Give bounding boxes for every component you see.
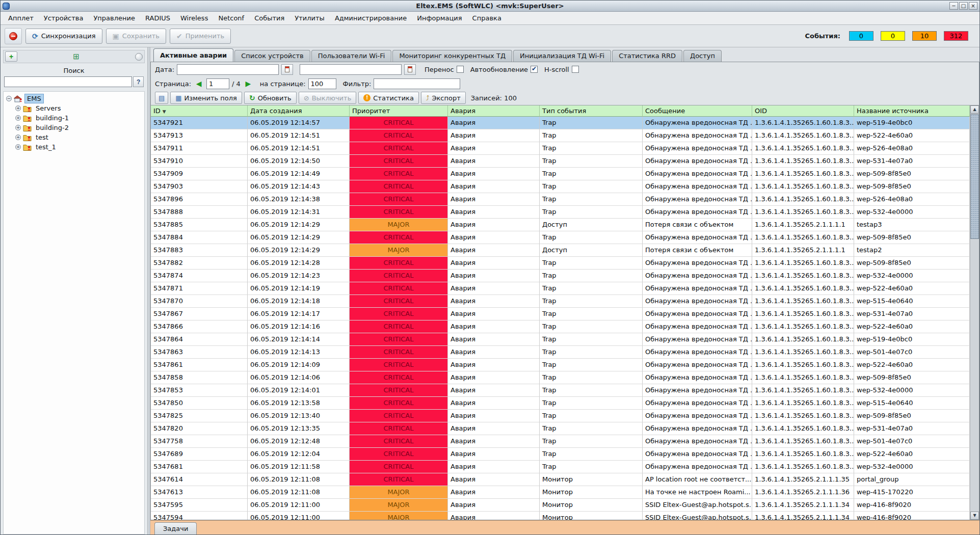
table-row[interactable]: 534786406.05.2019 12:14:14CRITICALАвария…	[151, 333, 970, 346]
menu-item-5[interactable]: Wireless	[176, 13, 213, 23]
wrap-checkbox[interactable]	[457, 66, 464, 73]
table-row[interactable]: 534768106.05.2019 12:11:58CRITICALАвария…	[151, 461, 970, 473]
menu-item-4[interactable]: RADIUS	[141, 13, 175, 23]
menu-item-9[interactable]: Администрирование	[330, 13, 411, 23]
table-row[interactable]: 534759506.05.2019 12:11:00MAJORАварияМон…	[151, 499, 970, 512]
table-row[interactable]: 534792106.05.2019 12:14:57CRITICALАвария…	[151, 117, 970, 129]
event-counter-critical[interactable]: 312	[944, 31, 968, 41]
next-page-button[interactable]: ▶	[243, 78, 253, 89]
table-row[interactable]: 534787006.05.2019 12:14:18CRITICALАвария…	[151, 295, 970, 308]
expand-icon[interactable]: +	[15, 135, 21, 140]
table-row[interactable]: 534791006.05.2019 12:14:50CRITICALАвария…	[151, 155, 970, 168]
event-counter-warning[interactable]: 0	[881, 31, 905, 41]
prev-page-button[interactable]: ◀	[194, 78, 204, 89]
column-header-id[interactable]: ID▼	[151, 105, 248, 117]
tree-item-building-2[interactable]: +building-2	[4, 123, 144, 132]
column-header-priority[interactable]: Приоритет	[350, 105, 448, 117]
table-row[interactable]: 534788406.05.2019 12:14:29CRITICALАвария…	[151, 231, 970, 244]
table-row[interactable]: 534791106.05.2019 12:14:51CRITICALАвария…	[151, 142, 970, 155]
edit-fields-button[interactable]: ▦ Изменить поля	[170, 92, 242, 104]
tree-item-building-1[interactable]: +building-1	[4, 113, 144, 123]
tree-item-EMS[interactable]: −EMS	[4, 94, 144, 103]
table-row[interactable]: 534786606.05.2019 12:14:16CRITICALАвария…	[151, 320, 970, 333]
tab-5[interactable]: Инициализация ТД Wi-Fi	[513, 50, 611, 62]
close-icon[interactable]: ×	[969, 2, 977, 10]
table-row[interactable]: 534788306.05.2019 12:14:29MAJORАварияДос…	[151, 244, 970, 257]
table-settings-button[interactable]: ▤	[155, 92, 168, 104]
column-header-alarm[interactable]: Авария	[448, 105, 540, 117]
tree-item-test_1[interactable]: +test_1	[4, 142, 144, 152]
table-row[interactable]: 534768906.05.2019 12:12:04CRITICALАвария…	[151, 448, 970, 461]
menu-item-1[interactable]: Апплет	[4, 13, 38, 23]
table-row[interactable]: 534786306.05.2019 12:14:13CRITICALАвария…	[151, 346, 970, 359]
expand-icon[interactable]: +	[15, 115, 21, 121]
per-page-input[interactable]	[308, 78, 336, 89]
expand-icon[interactable]: +	[15, 125, 21, 130]
alarm-status-button[interactable]	[5, 28, 22, 44]
table-row[interactable]: 534788806.05.2019 12:14:31CRITICALАвария…	[151, 206, 970, 219]
sync-button[interactable]: ⟳ Синхронизация	[25, 29, 102, 44]
scrollbar-track[interactable]	[970, 114, 979, 512]
table-row[interactable]: 534782006.05.2019 12:13:35CRITICALАвария…	[151, 422, 970, 435]
disable-button[interactable]: ⊘ Выключить	[299, 92, 357, 104]
date-from-input[interactable]	[177, 64, 279, 75]
date-to-calendar-button[interactable]	[404, 64, 416, 75]
menu-item-8[interactable]: Утилиты	[290, 13, 329, 23]
save-button[interactable]: ▣ Сохранить	[106, 29, 166, 44]
export-button[interactable]: ⤴ Экспорт	[421, 92, 466, 104]
menu-item-6[interactable]: Netconf	[214, 13, 249, 23]
table-row[interactable]: 534789606.05.2019 12:14:38CRITICALАвария…	[151, 193, 970, 206]
table-row[interactable]: 534788506.05.2019 12:14:29MAJORАварияДос…	[151, 219, 970, 231]
expand-icon[interactable]: +	[15, 105, 21, 111]
table-row[interactable]: 534791306.05.2019 12:14:51CRITICALАвария…	[151, 129, 970, 142]
tab-3[interactable]: Пользователи Wi-Fi	[311, 50, 392, 62]
table-row[interactable]: 534785006.05.2019 12:13:58CRITICALАвария…	[151, 397, 970, 410]
table-row[interactable]: 534786106.05.2019 12:14:09CRITICALАвария…	[151, 359, 970, 371]
tree-item-test[interactable]: +test	[4, 132, 144, 142]
table-row[interactable]: 534785306.05.2019 12:14:01CRITICALАвария…	[151, 384, 970, 397]
page-input[interactable]	[206, 78, 229, 89]
event-counter-info[interactable]: 0	[849, 31, 873, 41]
autorefresh-checkbox[interactable]	[531, 66, 538, 73]
menu-item-2[interactable]: Устройства	[39, 13, 88, 23]
maximize-icon[interactable]: □	[959, 2, 968, 10]
table-row[interactable]: 534786706.05.2019 12:14:17CRITICALАвария…	[151, 308, 970, 320]
filter-input[interactable]	[374, 78, 460, 89]
tree-add-button[interactable]: +	[5, 51, 17, 62]
table-row[interactable]: 534788206.05.2019 12:14:28CRITICALАвария…	[151, 257, 970, 270]
tab-4[interactable]: Мониторинг конкурентных ТД	[392, 50, 512, 62]
menu-item-3[interactable]: Управление	[89, 13, 140, 23]
search-help-button[interactable]: ?	[133, 76, 144, 87]
tab-7[interactable]: Доступ	[683, 50, 722, 62]
tree-item-Servers[interactable]: +Servers	[4, 103, 144, 113]
table-row[interactable]: 534761306.05.2019 12:11:08MAJORАварияМон…	[151, 486, 970, 499]
table-row[interactable]: 534787406.05.2019 12:14:23CRITICALАвария…	[151, 270, 970, 282]
tree-toggle-button[interactable]	[135, 53, 143, 61]
date-to-input[interactable]	[300, 64, 402, 75]
tab-6[interactable]: Статистика RRD	[612, 50, 682, 62]
scroll-down-icon[interactable]: ▼	[970, 512, 979, 520]
scroll-up-icon[interactable]: ▲	[970, 105, 979, 114]
table-row[interactable]: 534787106.05.2019 12:14:19CRITICALАвария…	[151, 282, 970, 295]
refresh-button[interactable]: ↻ Обновить	[244, 92, 297, 104]
table-row[interactable]: 534790906.05.2019 12:14:49CRITICALАвария…	[151, 168, 970, 180]
tab-1[interactable]: Активные аварии	[153, 48, 233, 62]
menu-item-10[interactable]: Информация	[412, 13, 466, 23]
table-row[interactable]: 534761406.05.2019 12:11:08CRITICALАвария…	[151, 473, 970, 486]
menu-item-7[interactable]: События	[250, 13, 289, 23]
statistics-button[interactable]: ! Статистика	[358, 92, 419, 104]
minimize-icon[interactable]: −	[949, 2, 958, 10]
column-header-oid[interactable]: OID	[752, 105, 854, 117]
date-from-calendar-button[interactable]	[281, 64, 293, 75]
column-header-event-type[interactable]: Тип события	[540, 105, 643, 117]
collapse-icon[interactable]: −	[6, 96, 12, 101]
column-header-message[interactable]: Сообщение	[643, 105, 752, 117]
column-header-date-created[interactable]: Дата создания	[248, 105, 350, 117]
hscroll-checkbox[interactable]	[572, 66, 579, 73]
event-counter-major[interactable]: 10	[912, 31, 937, 41]
tree-search-input[interactable]	[4, 76, 132, 87]
table-row[interactable]: 534790306.05.2019 12:14:43CRITICALАвария…	[151, 180, 970, 193]
scrollbar-thumb[interactable]	[970, 114, 979, 239]
tab-2[interactable]: Список устройств	[234, 50, 310, 62]
column-header-source-name[interactable]: Название источника	[854, 105, 970, 117]
